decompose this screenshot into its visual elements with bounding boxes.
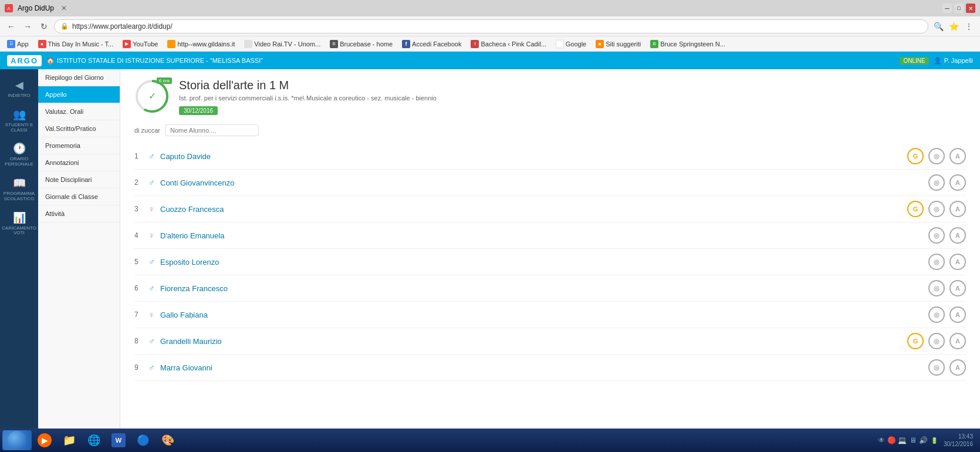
bookmark-bruce[interactable]: B Bruce Springsteen N... (648, 39, 728, 49)
present-button[interactable]: ◎ (928, 254, 945, 270)
taskbar-word[interactable]: W (107, 431, 130, 449)
g-button[interactable]: G (907, 148, 924, 164)
bookmark-rai[interactable]: Video Rai.TV - Unom... (242, 39, 323, 49)
absent-button[interactable]: A (949, 359, 966, 376)
student-name[interactable]: Grandelli Maurizio (160, 337, 907, 346)
menu-item-valscrittico[interactable]: Val.Scritto/Pratico (38, 120, 120, 137)
student-actions: G ◎ A (907, 201, 966, 217)
present-button[interactable]: ◎ (928, 306, 945, 323)
sidebar-item-programma[interactable]: 📖 PROGRAMMA SCOLASTICO (0, 172, 38, 207)
minimize-button[interactable]: ─ (942, 4, 952, 13)
bookmark-gild[interactable]: http--www.gildains.it (165, 39, 237, 49)
student-name[interactable]: Gallo Fabiana (160, 311, 928, 319)
bookmark-pink[interactable]: f Bacheca ‹ Pink Cadil... (468, 39, 548, 49)
bookmark-facebook[interactable]: f Accedi Facebook (400, 39, 464, 49)
gender-icon: ♀ (148, 231, 160, 240)
sidebar-item-orario[interactable]: 🕐 ORARIO PERSONALE (0, 137, 38, 172)
address-bar[interactable]: 🔒 https://www.portaleargo.it/didup/ (54, 19, 928, 33)
bookmark-siti[interactable]: ★ Siti suggeriti (593, 39, 643, 49)
g-button[interactable]: G (907, 201, 924, 217)
reload-button[interactable]: ↻ (38, 20, 50, 33)
bookmark-youtube-label: YouTube (133, 41, 158, 48)
taskbar: ▶ 📁 🌐 W 🔵 🎨 👁 🔴 💻 🖥 🔊 🔋 13:43 30/12/2016 (0, 429, 980, 452)
table-row: 9 ♂ Marra Giovanni ◎ A (134, 355, 966, 381)
present-button[interactable]: ◎ (928, 148, 945, 164)
search-icon[interactable]: 🔍 (932, 20, 945, 33)
student-name[interactable]: Marra Giovanni (160, 363, 928, 372)
sidebar-item-caricamento[interactable]: 📊 CARICAMENTO VOTI (0, 207, 38, 241)
gender-icon: ♂ (148, 178, 160, 187)
bookmark-star-icon[interactable]: ⭐ (947, 20, 960, 33)
tab-close-icon[interactable]: ✕ (61, 4, 67, 12)
present-button[interactable]: ◎ (928, 174, 945, 191)
sidebar-item-studenti[interactable]: 👥 STUDENTI E CLASSI (0, 103, 38, 138)
gild-icon (167, 40, 175, 48)
menu-item-note-disciplinari[interactable]: Note Disciplinari (38, 171, 120, 188)
absent-button[interactable]: A (949, 148, 966, 164)
main-content: ✓ 6 ora Storia dell'arte in 1 M Ist. pro… (120, 69, 980, 452)
bookmark-apps[interactable]: ⠿ App (5, 39, 31, 49)
absent-button[interactable]: A (949, 174, 966, 191)
student-search-input[interactable] (165, 124, 259, 136)
student-name[interactable]: D'alterio Emanuela (160, 231, 928, 240)
grades-icon: 📊 (13, 211, 26, 224)
student-actions: ◎ A (928, 306, 966, 323)
menu-item-giornale[interactable]: Giornale di Classe (38, 188, 120, 205)
table-row: 8 ♂ Grandelli Maurizio G ◎ A (134, 328, 966, 355)
absent-button[interactable]: A (949, 227, 966, 244)
g-button[interactable]: G (907, 333, 924, 349)
close-button[interactable]: ✕ (966, 4, 975, 13)
absent-button[interactable]: A (949, 254, 966, 270)
present-button[interactable]: ◎ (928, 280, 945, 296)
filter-label: di zuccar (134, 127, 160, 134)
maximize-button[interactable]: □ (954, 4, 964, 13)
back-sidebar-item[interactable]: ◀ INDIETRO (0, 74, 38, 103)
tray-icon-2: 🔴 (887, 436, 897, 445)
bookmark-pink-label: Bacheca ‹ Pink Cadil... (481, 41, 546, 48)
absent-button[interactable]: A (949, 333, 966, 349)
tray-icon-1: 👁 (877, 436, 886, 445)
bookmark-youtube[interactable]: ▶ YouTube (120, 39, 160, 49)
window-controls: ─ □ ✕ (942, 4, 975, 13)
student-number: 8 (134, 337, 148, 345)
menu-item-attivita[interactable]: Attività (38, 205, 120, 222)
student-name[interactable]: Esposito Lorenzo (160, 258, 928, 267)
back-label: INDIETRO (8, 93, 30, 99)
bookmark-brucebase[interactable]: B Brucebase - home (327, 39, 395, 49)
forward-button[interactable]: → (21, 20, 34, 33)
student-name[interactable]: Conti Giovanvincenzo (160, 178, 928, 187)
back-button[interactable]: ← (5, 20, 18, 33)
menu-item-riepilogo[interactable]: Riepilogo del Giorno (38, 69, 120, 86)
student-name[interactable]: Fiorenza Francesco (160, 284, 928, 293)
taskbar-paint[interactable]: 🎨 (156, 431, 180, 449)
bookmark-google[interactable]: Google (553, 39, 589, 49)
table-row: 6 ♂ Fiorenza Francesco ◎ A (134, 275, 966, 302)
student-name[interactable]: Caputo Davide (160, 152, 907, 161)
taskbar-folder[interactable]: 📁 (58, 431, 81, 449)
volume-icon[interactable]: 🔊 (919, 436, 928, 445)
menu-item-appello[interactable]: Appello (38, 86, 120, 103)
present-button[interactable]: ◎ (928, 333, 945, 349)
menu-item-annotazioni[interactable]: Annotazioni (38, 154, 120, 171)
present-button[interactable]: ◎ (928, 201, 945, 217)
absent-button[interactable]: A (949, 201, 966, 217)
absent-button[interactable]: A (949, 306, 966, 323)
taskbar-wmp[interactable]: ▶ (33, 431, 56, 449)
tab-favicon: A (5, 4, 13, 12)
bookmark-siti-label: Siti suggeriti (606, 41, 641, 48)
taskbar-chrome[interactable]: 🔵 (131, 431, 155, 449)
student-name[interactable]: Cuozzo Francesca (160, 205, 907, 214)
present-button[interactable]: ◎ (928, 227, 945, 244)
present-button[interactable]: ◎ (928, 359, 945, 376)
menu-item-valutaz-orali[interactable]: Valutaz. Orali (38, 103, 120, 120)
sidebar-label-studenti: STUDENTI E CLASSI (2, 123, 36, 133)
bookmarks-bar: ⠿ App ● This Day In Music - T... ▶ YouTu… (0, 36, 980, 52)
lock-icon: 🔒 (60, 22, 69, 30)
taskbar-ie[interactable]: 🌐 (82, 431, 106, 449)
menu-icon[interactable]: ⋮ (962, 20, 975, 33)
start-button[interactable] (2, 430, 32, 450)
absent-button[interactable]: A (949, 280, 966, 296)
bookmark-music[interactable]: ● This Day In Music - T... (36, 39, 116, 49)
app-header: ARGO 🏠 ISTITUTO STATALE DI ISTRUZIONE SU… (0, 52, 980, 69)
menu-item-promemoria[interactable]: Promemoria (38, 137, 120, 154)
